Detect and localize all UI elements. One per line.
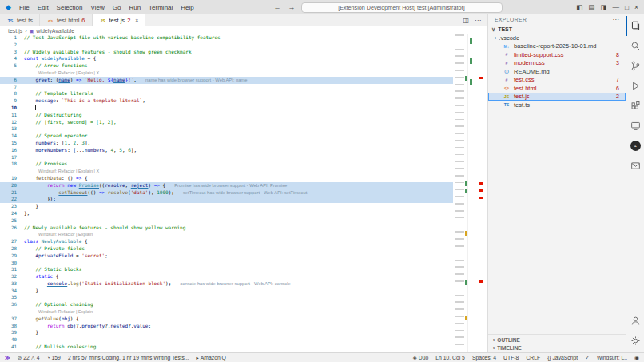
breadcrumb-file[interactable]: test.js (8, 28, 22, 34)
maximize-icon[interactable]: □ (625, 3, 629, 11)
cascade-activity-icon[interactable]: ⌁ (626, 136, 644, 156)
codelens-row[interactable]: Windsurf: Refactor | Explain | X (0, 168, 453, 175)
more-actions-icon[interactable]: ⋯ (475, 17, 481, 24)
menu-help[interactable]: Help (177, 2, 197, 13)
code-line[interactable]: 20 return new Promise((resolve, reject) … (0, 182, 453, 189)
menu-selection[interactable]: Selection (53, 2, 87, 13)
minimap[interactable] (453, 34, 467, 352)
remote-indicator[interactable]: ≫ (5, 355, 10, 361)
code-line[interactable]: 19 fetchData: () => { (0, 175, 453, 182)
code-line[interactable]: 41 // Nullish coalescing (0, 344, 453, 351)
code-line[interactable]: 3// Widely available features - should s… (0, 49, 453, 56)
tab-test.html[interactable]: <>test.html6 (40, 14, 93, 26)
codelens-row[interactable]: Windsurf: Refactor | Explain (0, 231, 453, 238)
code-line[interactable]: 21 setTimeout(() => resolve('data'), 100… (0, 189, 453, 197)
code-line[interactable]: 13 (0, 125, 453, 133)
code-line[interactable]: 26// Newly available features - should s… (0, 225, 453, 232)
file-.vscode[interactable]: ›.vscode (488, 34, 626, 42)
code-line[interactable]: 35 (0, 294, 453, 301)
code-line[interactable]: 25 (0, 217, 453, 225)
scrollbar-overview-ruler[interactable] (467, 34, 486, 352)
codelens-row[interactable]: Windsurf: Refactor | Explain (0, 308, 453, 316)
code-line[interactable]: 38 return obj?.property?.nested?.value; (0, 323, 453, 330)
codelens-row[interactable]: Windsurf: Refactor | Explain | X (0, 70, 453, 77)
code-editor[interactable]: 1// Test JavaScript file with various ba… (0, 34, 487, 352)
code-line[interactable]: 33 console.log('Static initialization bl… (0, 280, 453, 288)
file-baseline-report-2025-10-01.md[interactable]: M↓baseline-report-2025-10-01.md (488, 42, 626, 51)
code-line[interactable]: 32 static { (0, 273, 453, 280)
eol-sequence[interactable]: CRLF (526, 355, 540, 360)
code-line[interactable]: 23 } (0, 203, 453, 210)
remote-explorer-activity-icon[interactable] (626, 116, 644, 136)
workspace-section[interactable]: ∨ TEST (488, 25, 626, 34)
menu-run[interactable]: Run (125, 2, 145, 13)
run-debug-activity-icon[interactable] (626, 76, 644, 96)
encoding[interactable]: UTF-8 (503, 355, 519, 360)
tab-test.js[interactable]: JStest.js2× (93, 14, 146, 26)
menu-view[interactable]: View (87, 2, 109, 13)
menu-edit[interactable]: Edit (34, 2, 53, 13)
file-test.html[interactable]: <>test.html6 (488, 84, 626, 93)
minimize-icon[interactable]: — (612, 3, 619, 11)
code-line[interactable]: 28 // Private fields (0, 245, 453, 253)
toggle-sidebar-icon[interactable]: ◧ (576, 3, 582, 11)
counter-indicator[interactable]: ◔ 159 (47, 355, 61, 360)
code-line[interactable]: 31 // Static blocks (0, 266, 453, 273)
extensions-activity-icon[interactable] (626, 96, 644, 116)
code-line[interactable]: 11 // Destructuring (0, 112, 453, 119)
breadcrumb-symbol[interactable]: widelyAvailable (36, 28, 74, 34)
code-line[interactable]: 6 greet: (name) => `Hello, ${name}!`,nam… (0, 77, 453, 84)
search-activity-icon[interactable] (626, 36, 644, 56)
inbox-activity-icon[interactable] (626, 156, 644, 176)
amazon-q-status[interactable]: ▸ Amazon Q (197, 355, 226, 361)
menu-go[interactable]: Go (109, 2, 125, 13)
settings-gear-icon[interactable] (626, 331, 644, 351)
code-line[interactable]: 18 // Promises (0, 161, 453, 168)
account-icon[interactable] (626, 311, 644, 331)
code-line[interactable]: 17 (0, 154, 453, 161)
source-control-activity-icon[interactable] (626, 56, 644, 76)
code-line[interactable]: 10 (0, 105, 453, 112)
file-test.css[interactable]: #test.css7 (488, 76, 626, 85)
code-line[interactable]: 40 (0, 336, 453, 344)
menu-file[interactable]: File (15, 2, 34, 13)
code-line[interactable]: 7 (0, 84, 453, 91)
cursor-position[interactable]: Ln 10, Col 5 (435, 355, 465, 360)
code-line[interactable]: 29 #privateField = 'secret'; (0, 253, 453, 260)
command-center-search[interactable]: [Extension Development Host] test [Admin… (301, 2, 503, 13)
code-line[interactable]: 30 (0, 260, 453, 267)
code-line[interactable]: 2 (0, 42, 453, 49)
notifications-bell-icon[interactable]: ◉ (634, 355, 639, 361)
forward-icon[interactable]: → (287, 3, 297, 11)
code-line[interactable]: 27class NewlyAvailable { (0, 238, 453, 245)
problems-indicator[interactable]: ⊘ 22 △ 4 (18, 355, 40, 361)
sidebar-section-outline[interactable]: ›OUTLINE (488, 336, 626, 344)
code-line[interactable]: 36 // Optional chaining (0, 301, 453, 308)
file-test.ts[interactable]: TStest.ts (488, 101, 626, 109)
code-line[interactable]: 1// Test JavaScript file with various ba… (0, 34, 453, 42)
code-line[interactable]: 9 message: `This is a template literal`, (0, 97, 453, 105)
windsurf-status[interactable]: Windsurf: L.. (597, 355, 627, 360)
code-line[interactable]: 12 // [first, second] = [1, 2], (0, 119, 453, 126)
indentation[interactable]: Spaces: 4 (472, 355, 496, 360)
code-line[interactable]: 24}; (0, 210, 453, 217)
code-line[interactable]: 8 // Template literals (0, 90, 453, 97)
toggle-secondary-sidebar-icon[interactable]: ◨ (600, 3, 606, 11)
toggle-panel-icon[interactable]: ▤ (588, 3, 594, 11)
duo-status[interactable]: ◈ Duo (413, 355, 428, 361)
sidebar-section-timeline[interactable]: ›TIMELINE (488, 344, 626, 352)
code-line[interactable]: 34 } (0, 288, 453, 295)
code-line[interactable]: 16 moreNumbers: [...numbers, 4, 5, 6], (0, 147, 453, 154)
menu-terminal[interactable]: Terminal (145, 2, 177, 13)
file-test.js[interactable]: JStest.js2 (488, 93, 626, 101)
language-mode[interactable]: {} JavaScript (547, 355, 578, 360)
file-limited-support.css[interactable]: #limited-support.css8 (488, 50, 626, 59)
back-icon[interactable]: ← (272, 3, 283, 11)
close-tab-icon[interactable]: × (135, 18, 138, 23)
tab-test.ts[interactable]: TStest.ts (0, 14, 40, 26)
code-line[interactable]: 22 }); (0, 196, 453, 203)
close-icon[interactable]: × (634, 3, 638, 11)
code-line[interactable]: 4const widelyAvailable = { (0, 55, 453, 62)
file-modern.css[interactable]: #modern.css3 (488, 59, 626, 68)
formatter-status[interactable]: ✓ (585, 355, 590, 361)
